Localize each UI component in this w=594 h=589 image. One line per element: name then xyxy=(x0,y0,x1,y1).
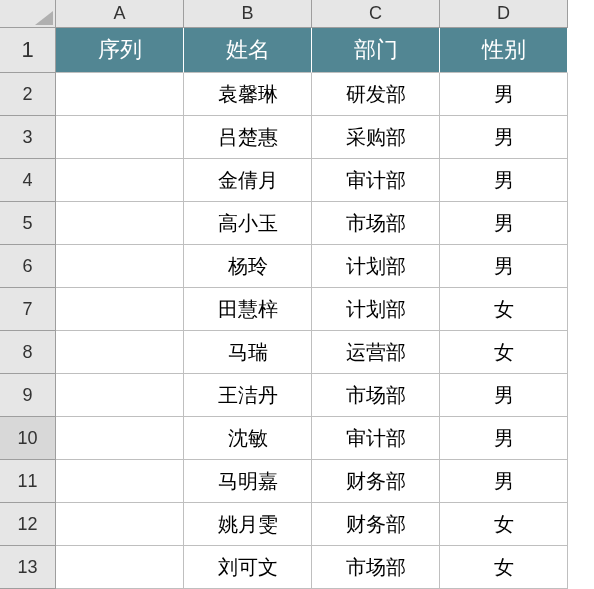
cell-A2[interactable] xyxy=(56,73,184,116)
cell-B6[interactable]: 杨玲 xyxy=(184,245,312,288)
cell-C12[interactable]: 财务部 xyxy=(312,503,440,546)
cell-B7[interactable]: 田慧梓 xyxy=(184,288,312,331)
row-header-1[interactable]: 1 xyxy=(0,28,56,73)
cell-B2[interactable]: 袁馨琳 xyxy=(184,73,312,116)
cell-D13[interactable]: 女 xyxy=(440,546,568,589)
spreadsheet-grid[interactable]: ABCD1序列姓名部门性别2袁馨琳研发部男3吕楚惠采购部男4金倩月审计部男5高小… xyxy=(0,0,594,589)
cell-A10[interactable] xyxy=(56,417,184,460)
cell-C2[interactable]: 研发部 xyxy=(312,73,440,116)
cell-D4[interactable]: 男 xyxy=(440,159,568,202)
cell-A8[interactable] xyxy=(56,331,184,374)
row-header-9[interactable]: 9 xyxy=(0,374,56,417)
row-header-10[interactable]: 10 xyxy=(0,417,56,460)
cell-B8[interactable]: 马瑞 xyxy=(184,331,312,374)
cell-D5[interactable]: 男 xyxy=(440,202,568,245)
cell-A11[interactable] xyxy=(56,460,184,503)
header-cell-B[interactable]: 姓名 xyxy=(184,28,312,73)
header-cell-C[interactable]: 部门 xyxy=(312,28,440,73)
row-header-13[interactable]: 13 xyxy=(0,546,56,589)
row-header-12[interactable]: 12 xyxy=(0,503,56,546)
cell-C10[interactable]: 审计部 xyxy=(312,417,440,460)
cell-C9[interactable]: 市场部 xyxy=(312,374,440,417)
cell-A9[interactable] xyxy=(56,374,184,417)
cell-C4[interactable]: 审计部 xyxy=(312,159,440,202)
cell-D3[interactable]: 男 xyxy=(440,116,568,159)
col-header-A[interactable]: A xyxy=(56,0,184,28)
col-header-D[interactable]: D xyxy=(440,0,568,28)
row-header-11[interactable]: 11 xyxy=(0,460,56,503)
cell-A7[interactable] xyxy=(56,288,184,331)
cell-D8[interactable]: 女 xyxy=(440,331,568,374)
cell-C5[interactable]: 市场部 xyxy=(312,202,440,245)
cell-C7[interactable]: 计划部 xyxy=(312,288,440,331)
header-cell-A[interactable]: 序列 xyxy=(56,28,184,73)
cell-D2[interactable]: 男 xyxy=(440,73,568,116)
cell-A6[interactable] xyxy=(56,245,184,288)
cell-A13[interactable] xyxy=(56,546,184,589)
cell-C3[interactable]: 采购部 xyxy=(312,116,440,159)
row-header-6[interactable]: 6 xyxy=(0,245,56,288)
cell-A5[interactable] xyxy=(56,202,184,245)
select-all-corner[interactable] xyxy=(0,0,56,28)
cell-D10[interactable]: 男 xyxy=(440,417,568,460)
cell-B4[interactable]: 金倩月 xyxy=(184,159,312,202)
cell-C6[interactable]: 计划部 xyxy=(312,245,440,288)
cell-A12[interactable] xyxy=(56,503,184,546)
row-header-5[interactable]: 5 xyxy=(0,202,56,245)
cell-B5[interactable]: 高小玉 xyxy=(184,202,312,245)
header-cell-D[interactable]: 性别 xyxy=(440,28,568,73)
cell-D11[interactable]: 男 xyxy=(440,460,568,503)
cell-B11[interactable]: 马明嘉 xyxy=(184,460,312,503)
row-header-8[interactable]: 8 xyxy=(0,331,56,374)
cell-C13[interactable]: 市场部 xyxy=(312,546,440,589)
row-header-7[interactable]: 7 xyxy=(0,288,56,331)
cell-D12[interactable]: 女 xyxy=(440,503,568,546)
cell-B10[interactable]: 沈敏 xyxy=(184,417,312,460)
cell-A3[interactable] xyxy=(56,116,184,159)
cell-A4[interactable] xyxy=(56,159,184,202)
col-header-C[interactable]: C xyxy=(312,0,440,28)
cell-D7[interactable]: 女 xyxy=(440,288,568,331)
row-header-3[interactable]: 3 xyxy=(0,116,56,159)
cell-C11[interactable]: 财务部 xyxy=(312,460,440,503)
col-header-B[interactable]: B xyxy=(184,0,312,28)
cell-B9[interactable]: 王洁丹 xyxy=(184,374,312,417)
cell-D9[interactable]: 男 xyxy=(440,374,568,417)
cell-D6[interactable]: 男 xyxy=(440,245,568,288)
cell-C8[interactable]: 运营部 xyxy=(312,331,440,374)
row-header-2[interactable]: 2 xyxy=(0,73,56,116)
cell-B13[interactable]: 刘可文 xyxy=(184,546,312,589)
cell-B12[interactable]: 姚月雯 xyxy=(184,503,312,546)
row-header-4[interactable]: 4 xyxy=(0,159,56,202)
cell-B3[interactable]: 吕楚惠 xyxy=(184,116,312,159)
